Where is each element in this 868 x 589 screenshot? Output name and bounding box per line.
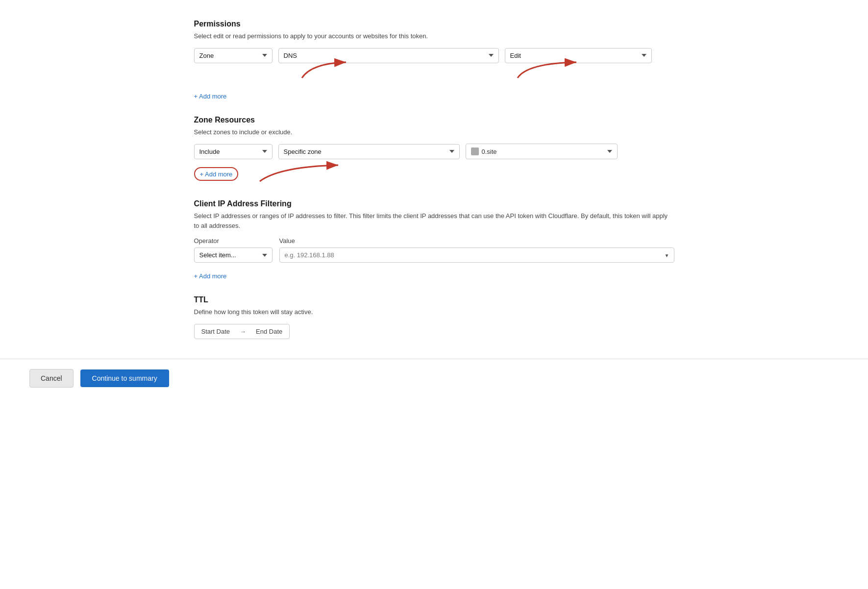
ttl-end-date[interactable]: End Date	[249, 324, 289, 339]
footer-bar: Cancel Continue to summary	[0, 359, 868, 397]
site-label: 0.site	[482, 148, 497, 155]
zone-resources-title: Zone Resources	[194, 116, 674, 124]
operator-select[interactable]: Select item... Is in Is not in	[194, 247, 273, 263]
ip-filtering-add-more[interactable]: + Add more	[194, 272, 227, 280]
permissions-section: Permissions Select edit or read permissi…	[194, 20, 674, 100]
value-field-wrap: ▼	[279, 247, 674, 263]
ttl-title: TTL	[194, 295, 674, 304]
ttl-start-date[interactable]: Start Date	[195, 324, 237, 339]
operator-group: Operator Select item... Is in Is not in	[194, 237, 273, 263]
site-dropdown[interactable]: 0.site	[466, 144, 618, 159]
value-group: Value ▼	[279, 237, 674, 263]
permissions-title: Permissions	[194, 20, 674, 28]
ip-filtering-fields: Operator Select item... Is in Is not in …	[194, 237, 674, 263]
operator-label: Operator	[194, 237, 273, 245]
permissions-arrows-svg	[194, 58, 635, 83]
include-select[interactable]: Include Exclude	[194, 144, 273, 159]
permissions-add-more[interactable]: + Add more	[194, 93, 227, 100]
zone-resources-selects-row: Include Exclude Specific zone All zones …	[194, 144, 674, 159]
specific-zone-select[interactable]: Specific zone All zones	[278, 144, 460, 159]
ip-filtering-desc: Select IP addresses or ranges of IP addr…	[194, 211, 674, 230]
continue-to-summary-button[interactable]: Continue to summary	[80, 369, 169, 387]
ip-filtering-title: Client IP Address Filtering	[194, 199, 674, 208]
cancel-button[interactable]: Cancel	[29, 369, 74, 388]
ttl-date-range[interactable]: Start Date → End Date	[194, 324, 290, 339]
value-input[interactable]	[279, 247, 674, 263]
permissions-arrows-area	[194, 58, 674, 83]
ttl-arrow: →	[237, 324, 249, 339]
zone-resources-section: Zone Resources Select zones to include o…	[194, 116, 674, 184]
ip-filtering-section: Client IP Address Filtering Select IP ad…	[194, 199, 674, 280]
zone-resources-arrow-svg	[250, 159, 407, 184]
zone-resources-desc: Select zones to include or exclude.	[194, 127, 674, 137]
site-icon	[471, 147, 479, 155]
permissions-desc: Select edit or read permissions to apply…	[194, 31, 674, 41]
zone-resources-add-more[interactable]: + Add more	[200, 171, 233, 178]
ttl-desc: Define how long this token will stay act…	[194, 307, 674, 317]
ttl-section: TTL Define how long this token will stay…	[194, 295, 674, 339]
value-label: Value	[279, 237, 674, 245]
add-more-circled: + Add more	[194, 167, 239, 181]
